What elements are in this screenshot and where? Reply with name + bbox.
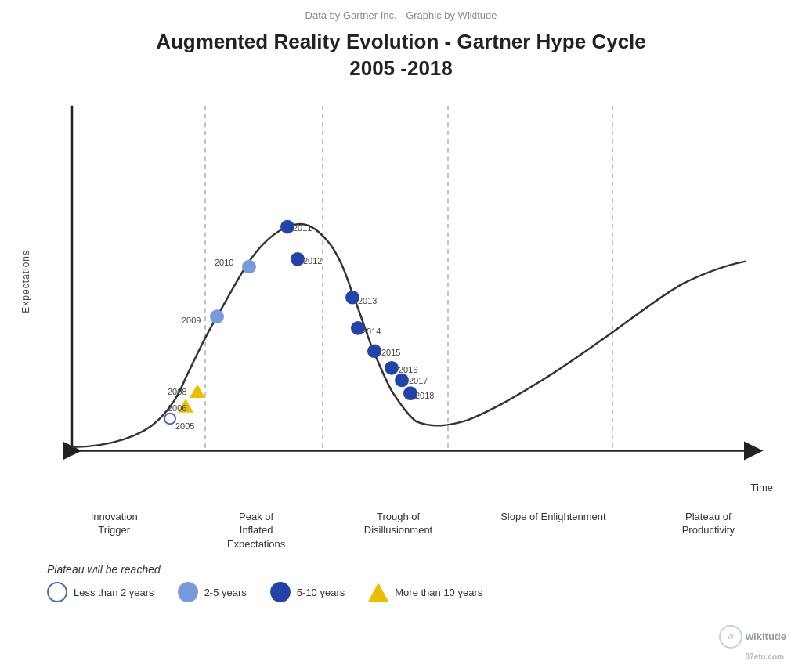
dark-circle-icon — [270, 582, 291, 602]
legend-less-2-label: Less than 2 years — [74, 587, 154, 598]
phase-labels: InnovationTrigger Peak ofInflatedExpecta… — [43, 510, 779, 551]
svg-point-28 — [385, 361, 399, 375]
legend-5-10-label: 5-10 years — [297, 587, 345, 598]
wikitude-logo: w wikitude 07etu.com — [719, 625, 786, 663]
wikitude-text: wikitude — [746, 630, 786, 642]
phase-trough: Trough ofDisillusionment — [327, 510, 469, 551]
legend-10-plus: More than 10 years — [368, 583, 482, 602]
svg-point-26 — [367, 344, 381, 358]
wikitude-icon: w — [719, 625, 742, 649]
svg-marker-12 — [190, 384, 205, 398]
y-axis-label: Expectations — [20, 250, 31, 313]
svg-text:2008: 2008 — [168, 387, 186, 396]
phase-slope: Slope of Enlightenment — [469, 510, 637, 551]
svg-text:2017: 2017 — [409, 376, 428, 385]
svg-text:2012: 2012 — [303, 255, 322, 265]
wikitude-url: 07etu.com — [746, 652, 784, 661]
legend-5-10: 5-10 years — [270, 582, 345, 602]
svg-text:2011: 2011 — [293, 223, 312, 233]
x-axis-label: Time — [751, 482, 773, 493]
chart-wrapper: Expectations — [17, 90, 785, 505]
light-circle-icon — [178, 582, 198, 602]
legend-items: Less than 2 years 2-5 years 5-10 years M… — [47, 582, 755, 602]
phase-peak: Peak ofInflatedExpectations — [185, 510, 327, 551]
legend-2-5-label: 2-5 years — [204, 587, 247, 598]
empty-circle-icon — [47, 582, 67, 602]
svg-text:2018: 2018 — [415, 391, 434, 400]
chart-area: 2005 2006 2008 2009 2010 2011 2012 2013 — [49, 98, 769, 474]
attribution: Data by Gartner Inc. - Graphic by Wikitu… — [0, 0, 802, 21]
svg-text:2009: 2009 — [182, 316, 200, 325]
main-title: Augmented Reality Evolution - Gartner Hy… — [0, 29, 802, 82]
chart-svg: 2005 2006 2008 2009 2010 2011 2012 2013 — [49, 98, 769, 474]
triangle-icon — [368, 583, 388, 602]
phase-innovation: InnovationTrigger — [43, 510, 185, 551]
legend-2-5: 2-5 years — [178, 582, 247, 602]
svg-point-30 — [395, 373, 409, 387]
svg-point-14 — [210, 309, 224, 323]
svg-text:2016: 2016 — [399, 364, 417, 374]
title-area: Augmented Reality Evolution - Gartner Hy… — [0, 29, 802, 82]
legend-less-2: Less than 2 years — [47, 582, 154, 602]
legend-10-plus-label: More than 10 years — [395, 587, 482, 598]
svg-text:2013: 2013 — [358, 295, 377, 305]
svg-text:2010: 2010 — [215, 257, 233, 266]
svg-text:2015: 2015 — [381, 348, 400, 357]
phase-plateau: Plateau ofProductivity — [638, 510, 779, 551]
svg-point-8 — [164, 413, 175, 424]
plateau-text: Plateau will be reached — [47, 563, 755, 576]
legend-area: Plateau will be reached Less than 2 year… — [47, 563, 755, 602]
svg-text:2014: 2014 — [362, 326, 381, 335]
svg-text:2005: 2005 — [175, 421, 194, 431]
svg-text:2006: 2006 — [168, 403, 186, 412]
svg-point-16 — [242, 259, 256, 273]
